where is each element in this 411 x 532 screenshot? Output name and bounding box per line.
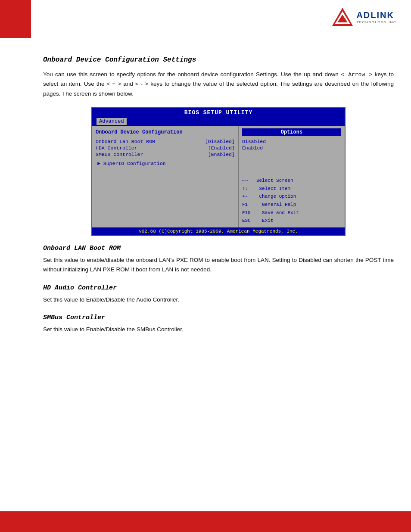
bios-screenshot: BIOS SETUP UTILITY Advanced Onboard Devi… <box>91 107 346 236</box>
bios-help-keys: ←→ Select Screen ↑↓ Select Item +- Chang… <box>242 177 341 225</box>
help-key-item: ↑↓ Select Item <box>242 185 341 193</box>
subsection-hd-body: Set this value to Enable/Disable the Aud… <box>43 295 394 305</box>
subsection-smbus: SMBus Controller Set this value to Enabl… <box>43 314 394 334</box>
arrow-code: < Arrow > <box>341 72 372 78</box>
bios-submenu: ► SuperIO Configuration <box>97 161 235 166</box>
adlink-triangle-icon <box>331 7 354 28</box>
subsection-smbus-body: Set this value to Enable/Disable the SMB… <box>43 325 394 334</box>
bios-option-disabled: Disabled <box>242 139 341 144</box>
bios-option-enabled: Enabled <box>242 145 341 151</box>
bios-item-smbus: SMBUS Controller [Enabled] <box>96 152 235 157</box>
bottom-red-accent <box>0 511 411 532</box>
bios-item-lan: Onboard Lan Boot ROM [Disabled] <box>96 139 235 144</box>
intro-paragraph: You can use this screen to specify optio… <box>43 70 394 99</box>
intro-text-1: You can use this screen to specify optio… <box>43 71 394 97</box>
bios-smbus-value: [Enabled] <box>208 152 235 157</box>
main-section-title: Onboard Device Configuration Settings <box>43 56 394 64</box>
bios-hda-label: HDA Controller <box>96 145 137 151</box>
bios-title-bar: BIOS SETUP UTILITY <box>92 108 345 117</box>
bios-nav-advanced: Advanced <box>97 118 127 125</box>
main-content: Onboard Device Configuration Settings Yo… <box>43 56 394 334</box>
bios-left-panel: Onboard Device Configuration Onboard Lan… <box>92 126 239 227</box>
bios-right-title: Options <box>242 128 341 136</box>
top-red-accent <box>0 0 31 38</box>
help-key-f1: F1 General Help <box>242 201 341 209</box>
subsection-lan-boot: Onboard LAN Boot ROM Set this value to e… <box>43 245 394 275</box>
subsection-smbus-title: SMBus Controller <box>43 314 394 321</box>
bios-nav-bar: Advanced <box>92 117 345 126</box>
brand-sub: TECHNOLOGY INC. <box>356 20 398 24</box>
help-key-screen: ←→ Select Screen <box>242 177 341 185</box>
bios-right-panel: Options Disabled Enabled ←→ Select Scree… <box>239 126 345 227</box>
bios-lan-value: [Disabled] <box>205 139 235 144</box>
bios-hda-value: [Enabled] <box>208 145 235 151</box>
bios-item-hda: HDA Controller [Enabled] <box>96 145 235 151</box>
help-key-esc: ESC Exit <box>242 217 341 225</box>
bios-footer: v02.68 (C)Copyright 1985-2009, American … <box>92 227 345 235</box>
bios-lan-label: Onboard Lan Boot ROM <box>96 139 155 144</box>
subsection-lan-title: Onboard LAN Boot ROM <box>43 245 394 252</box>
bios-main-area: Onboard Device Configuration Onboard Lan… <box>92 126 345 227</box>
help-key-f10: F10 Save and Exit <box>242 209 341 217</box>
subsection-hd-audio: HD Audio Controller Set this value to En… <box>43 284 394 305</box>
bios-smbus-label: SMBUS Controller <box>96 152 143 157</box>
help-key-option: +- Change Option <box>242 193 341 201</box>
brand-name: ADLINK <box>356 10 398 20</box>
subsection-hd-title: HD Audio Controller <box>43 284 394 292</box>
subsection-lan-body: Set this value to enable/disable the onb… <box>43 255 394 275</box>
adlink-logo-area: ADLINK TECHNOLOGY INC. <box>331 7 398 28</box>
bios-left-title: Onboard Device Configuration <box>96 128 235 136</box>
